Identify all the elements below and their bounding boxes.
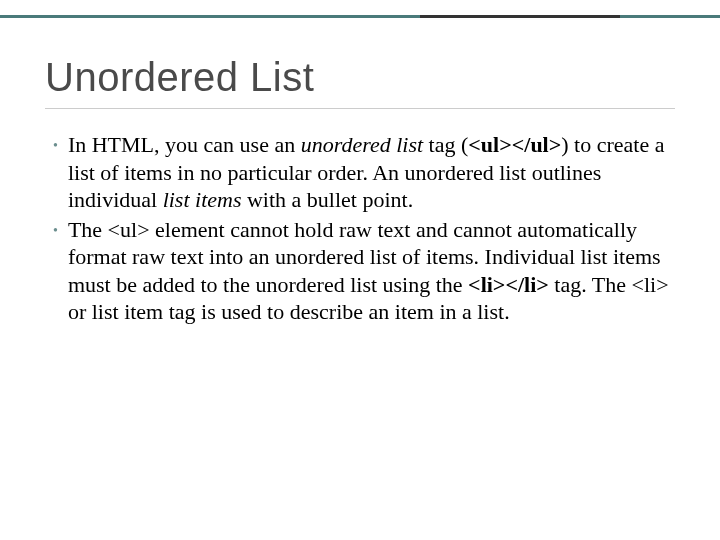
- text-run-italic: unordered list: [301, 132, 423, 157]
- text-run-italic: list items: [163, 187, 242, 212]
- text-run-bold: <ul></ul>: [468, 132, 561, 157]
- bullet-icon: •: [53, 137, 58, 155]
- text-run-bold: <li></li>: [468, 272, 549, 297]
- bullet-icon: •: [53, 222, 58, 240]
- text-run: tag (: [423, 132, 468, 157]
- text-run: In HTML, you can use an: [68, 132, 301, 157]
- page-title: Unordered List: [45, 55, 675, 109]
- list-item-text: The <ul> element cannot hold raw text an…: [68, 216, 675, 326]
- list-item-text: In HTML, you can use an unordered list t…: [68, 131, 675, 214]
- slide-body: Unordered List • In HTML, you can use an…: [0, 0, 720, 358]
- list-item: • The <ul> element cannot hold raw text …: [53, 216, 675, 326]
- content: • In HTML, you can use an unordered list…: [45, 131, 675, 326]
- top-divider: [0, 0, 720, 18]
- list-item: • In HTML, you can use an unordered list…: [53, 131, 675, 214]
- text-run: with a bullet point.: [241, 187, 413, 212]
